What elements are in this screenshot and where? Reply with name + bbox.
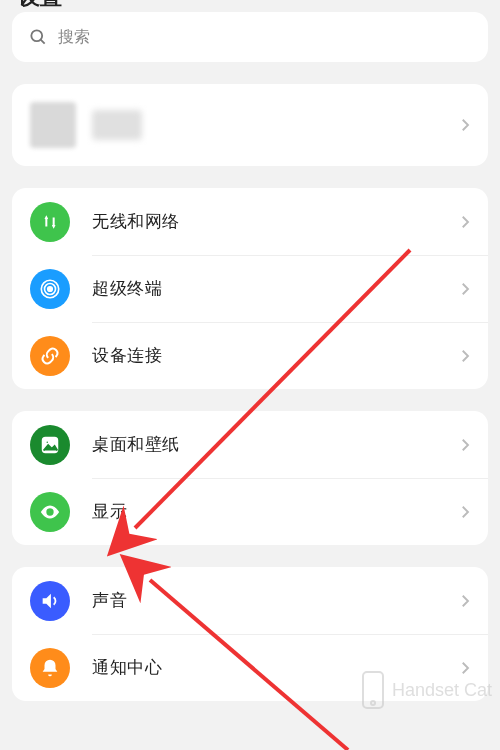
svg-point-0 [31,30,42,41]
wallpaper-icon [30,425,70,465]
display-icon [30,492,70,532]
svg-point-6 [46,440,49,443]
notification-icon [30,648,70,688]
search-bar[interactable] [12,12,488,62]
row-device-connect[interactable]: 设备连接 [12,322,488,389]
avatar [30,102,76,148]
row-label: 通知中心 [92,656,456,679]
svg-line-1 [41,40,45,44]
row-label: 显示 [92,500,456,523]
network-icon [30,202,70,242]
row-notifications[interactable]: 通知中心 [12,634,488,701]
row-display[interactable]: 显示 [12,478,488,545]
row-wireless[interactable]: 无线和网络 [12,188,488,255]
row-wallpaper[interactable]: 桌面和壁纸 [12,411,488,478]
group-display: 桌面和壁纸 显示 [12,411,488,545]
svg-point-7 [48,510,52,514]
search-icon [28,27,48,47]
chevron-right-icon [456,116,474,134]
super-device-icon [30,269,70,309]
row-label: 超级终端 [92,277,456,300]
account-card [12,84,488,166]
sound-icon [30,581,70,621]
chevron-right-icon [456,436,474,454]
chevron-right-icon [456,280,474,298]
group-connectivity: 无线和网络 超级终端 设备连接 [12,188,488,389]
row-label: 桌面和壁纸 [92,433,456,456]
row-super-device[interactable]: 超级终端 [12,255,488,322]
account-row[interactable] [12,84,488,166]
chevron-right-icon [456,659,474,677]
group-sound: 声音 通知中心 [12,567,488,701]
row-label: 声音 [92,589,456,612]
chevron-right-icon [456,213,474,231]
svg-point-2 [48,286,53,291]
search-input[interactable] [58,28,472,46]
chevron-right-icon [456,503,474,521]
chevron-right-icon [456,347,474,365]
row-label: 设备连接 [92,344,456,367]
account-name [92,110,142,140]
svg-point-11 [371,701,375,705]
row-label: 无线和网络 [92,210,456,233]
page-title: 设置 [18,0,62,12]
row-sound[interactable]: 声音 [12,567,488,634]
chevron-right-icon [456,592,474,610]
link-icon [30,336,70,376]
